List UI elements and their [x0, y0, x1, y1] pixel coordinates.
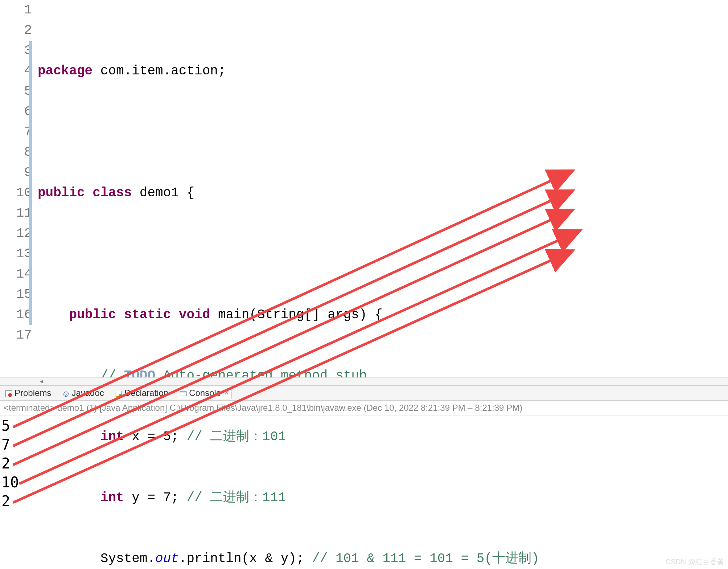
watermark: CSDN @红目香薰 — [665, 557, 724, 567]
svg-text:!: ! — [10, 394, 11, 397]
problems-icon: ! — [5, 389, 12, 397]
horizontal-scrollbar[interactable]: ◄ — [0, 377, 728, 385]
scroll-left-icon[interactable]: ◄ — [40, 379, 43, 385]
code-editor[interactable]: 1 2 3 4 5 6 7 8 9 10 11 12 13 14 15 16 1… — [0, 0, 728, 377]
code-content[interactable]: package com.item.action; public class de… — [36, 0, 728, 377]
change-indicator — [29, 41, 32, 325]
